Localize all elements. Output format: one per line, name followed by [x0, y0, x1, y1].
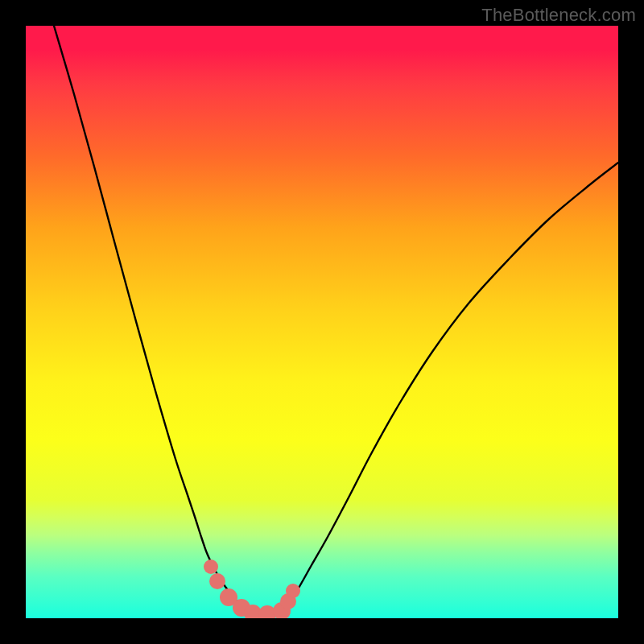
outer-frame: TheBottleneck.com	[0, 0, 644, 644]
bottleneck-curve	[54, 26, 618, 617]
marker-point	[209, 573, 225, 589]
marker-point	[204, 559, 218, 574]
marker-group	[204, 559, 300, 618]
chart-plot-area	[26, 26, 618, 618]
chart-svg	[26, 26, 618, 618]
watermark-text: TheBottleneck.com	[481, 5, 636, 26]
marker-point	[286, 584, 300, 598]
